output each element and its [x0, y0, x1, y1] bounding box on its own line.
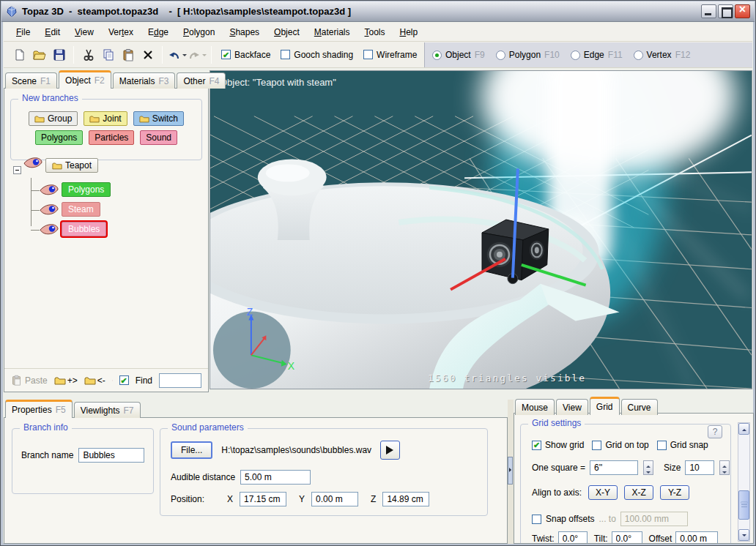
offset-input[interactable] — [675, 531, 718, 544]
visibility-eye-icon[interactable] — [40, 223, 59, 236]
tree-node-teapot[interactable]: Teapot — [45, 158, 98, 173]
menu-item-file[interactable]: File — [10, 25, 37, 40]
position-x-input[interactable] — [240, 492, 286, 506]
maximize-button[interactable] — [718, 4, 733, 18]
radio-circle[interactable] — [432, 51, 442, 60]
help-button[interactable]: ? — [708, 425, 722, 438]
tree-node-polygons[interactable]: Polygons — [62, 182, 111, 197]
splitter-handle[interactable] — [508, 457, 513, 485]
scroll-down-arrow[interactable] — [738, 529, 749, 541]
grid-panel-scrollbar[interactable] — [738, 422, 750, 542]
menu-item-polygon[interactable]: Polygon — [177, 25, 221, 40]
twist-input[interactable] — [558, 531, 588, 544]
play-sound-button[interactable] — [380, 441, 400, 460]
position-y-input[interactable] — [311, 492, 358, 506]
menu-item-object[interactable]: Object — [267, 25, 306, 40]
visibility-eye-icon[interactable] — [40, 184, 59, 196]
new-switch-button[interactable]: Switch — [133, 111, 184, 126]
redo-dropdown-arrow[interactable] — [202, 54, 207, 59]
copy-button[interactable] — [98, 45, 118, 64]
sound-file-button[interactable]: File... — [171, 441, 212, 459]
audible-distance-input[interactable] — [240, 470, 311, 485]
tab-other[interactable]: OtherF4 — [177, 72, 226, 89]
close-button[interactable] — [735, 4, 750, 18]
menu-item-materials[interactable]: Materials — [308, 25, 357, 40]
undo-dropdown-arrow[interactable] — [182, 54, 187, 59]
grid-on-top-checkbox[interactable] — [592, 441, 601, 450]
menu-item-view[interactable]: View — [68, 25, 100, 40]
scrollbar-thumb[interactable] — [738, 490, 749, 520]
redo-button[interactable] — [187, 45, 207, 64]
paste-branch-button[interactable]: Paste — [11, 375, 48, 386]
size-label: Size — [664, 463, 681, 473]
tilt-input[interactable] — [612, 531, 642, 544]
size-spinner[interactable] — [719, 460, 730, 475]
gooch-shading-checkbox[interactable]: Gooch shading — [281, 50, 353, 60]
tab-scene[interactable]: SceneF1 — [5, 72, 57, 89]
new-file-button[interactable] — [10, 45, 29, 64]
position-z-input[interactable] — [382, 492, 429, 506]
wireframe-checkbox[interactable]: Wireframe — [363, 50, 417, 60]
visibility-eye-icon[interactable] — [23, 157, 42, 169]
visibility-eye-icon[interactable] — [40, 203, 59, 216]
tree-node-bubbles-selected[interactable]: Bubbles — [62, 222, 106, 236]
mode-object-radio[interactable]: ObjectF9 — [432, 50, 485, 60]
tree-node-steam[interactable]: Steam — [62, 202, 100, 217]
checkbox-box[interactable] — [221, 50, 231, 59]
tab-materials[interactable]: MaterialsF3 — [113, 72, 176, 89]
new-particles-button[interactable]: Particles — [89, 130, 134, 145]
checkbox-box[interactable] — [281, 50, 290, 59]
backface-checkbox[interactable]: Backface — [221, 50, 270, 60]
undo-button[interactable] — [167, 45, 187, 64]
one-square-spinner[interactable] — [643, 460, 653, 475]
branch-name-input[interactable] — [78, 448, 144, 463]
eye-filter-checkbox[interactable] — [119, 375, 129, 385]
menu-item-help[interactable]: Help — [393, 25, 425, 40]
new-group-button[interactable]: Group — [29, 111, 78, 126]
tab-viewlights[interactable]: ViewlightsF7 — [74, 402, 141, 418]
viewport-3d[interactable]: Z X Object: "Teapot with steam" 1560 tri… — [210, 70, 752, 389]
import-branch-button[interactable]: <- — [84, 375, 105, 386]
new-joint-button[interactable]: Joint — [84, 111, 127, 126]
tab-grid[interactable]: Grid — [590, 397, 620, 415]
save-button[interactable] — [49, 45, 69, 64]
show-grid-checkbox[interactable] — [532, 441, 541, 450]
align-xz-button[interactable]: X-Z — [624, 485, 653, 500]
cut-button[interactable] — [78, 45, 98, 64]
menu-item-edit[interactable]: Edit — [38, 25, 67, 40]
panel-splitter[interactable] — [508, 400, 514, 544]
mode-polygon-radio[interactable]: PolygonF10 — [496, 50, 560, 60]
scroll-up-arrow[interactable] — [738, 423, 749, 435]
menu-item-shapes[interactable]: Shapes — [223, 25, 266, 40]
mode-edge-radio[interactable]: EdgeF11 — [571, 50, 623, 60]
find-input[interactable] — [159, 373, 201, 388]
export-branch-button[interactable]: +> — [54, 375, 78, 386]
tree-collapse-toggle[interactable] — [13, 166, 21, 174]
tab-properties[interactable]: PropertiesF5 — [5, 400, 73, 418]
tab-view[interactable]: View — [556, 399, 588, 415]
folder-icon — [84, 376, 96, 385]
open-file-button[interactable] — [29, 45, 49, 64]
menu-item-edge[interactable]: Edge — [141, 25, 175, 40]
align-yz-button[interactable]: Y-Z — [660, 485, 689, 500]
menu-item-vertex[interactable]: Vertex — [102, 25, 140, 40]
minimize-button[interactable] — [701, 4, 716, 18]
tab-object[interactable]: ObjectF2 — [59, 70, 111, 89]
new-polygons-button[interactable]: Polygons — [35, 130, 83, 145]
menu-item-tools[interactable]: Tools — [357, 25, 391, 40]
grid-snap-checkbox[interactable] — [657, 441, 667, 450]
checkbox-box[interactable] — [363, 50, 373, 59]
snap-offsets-checkbox[interactable] — [532, 515, 541, 524]
mode-vertex-radio[interactable]: VertexF12 — [634, 50, 691, 60]
tab-curve[interactable]: Curve — [621, 399, 658, 415]
tab-mouse[interactable]: Mouse — [515, 399, 555, 415]
paste-button[interactable] — [118, 45, 138, 64]
new-sound-button[interactable]: Sound — [140, 130, 177, 145]
radio-circle[interactable] — [571, 51, 580, 60]
radio-circle[interactable] — [496, 51, 505, 60]
align-xy-button[interactable]: X-Y — [588, 485, 618, 500]
delete-button[interactable] — [138, 45, 158, 64]
radio-circle[interactable] — [634, 51, 643, 60]
one-square-input[interactable] — [590, 460, 638, 475]
size-input[interactable] — [685, 460, 714, 475]
